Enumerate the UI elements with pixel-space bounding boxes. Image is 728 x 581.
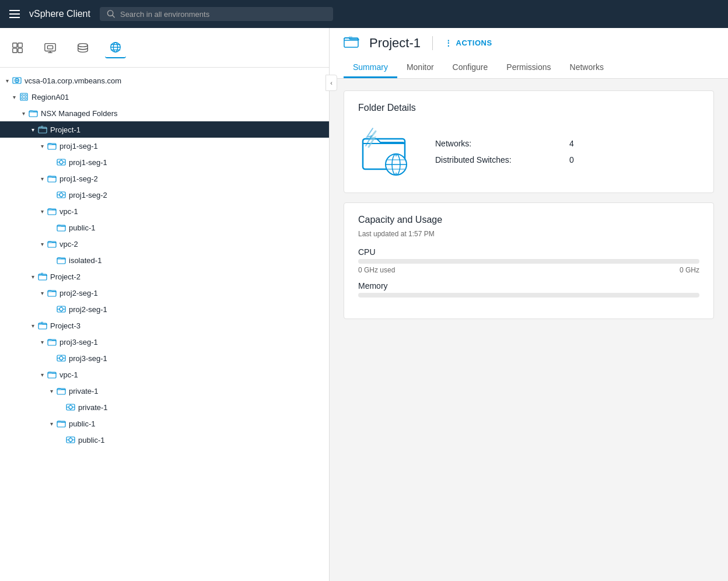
tree-toggle[interactable] [47,354,56,363]
tree-row[interactable]: ▾ proj1-seg-2 [0,170,329,187]
tree-row-root[interactable]: ▾ vcsa-01a.corp.vmbeans.com [0,72,329,89]
tree-row[interactable]: ▾ Project-1 [0,121,329,138]
tree-toggle[interactable]: ▾ [37,370,47,379]
nav-icon-hosts[interactable] [7,37,28,58]
folder-illustration [358,123,416,181]
search-input[interactable] [120,10,326,19]
cpu-used-label: 0 GHz used [358,266,395,274]
vcenter-icon [12,75,22,86]
tab-permissions[interactable]: Permissions [497,58,560,78]
svg-rect-22 [24,94,26,96]
tree-toggle[interactable] [47,304,56,314]
svg-point-74 [69,438,72,442]
tree-toggle[interactable]: ▾ [19,108,28,118]
tab-summary[interactable]: Summary [344,58,397,78]
tree-node-label: proj1-seg-1 [69,158,107,167]
tree-toggle[interactable]: ▾ [37,337,47,346]
vcenter-label: vcsa-01a.corp.vmbeans.com [24,76,121,85]
tree-row[interactable]: ▾ RegionA01 [0,89,329,105]
tree-row[interactable]: ▾ vpc-2 [0,236,329,252]
tree-row[interactable]: ▾ proj1-seg-1 [0,138,329,154]
tree-node-icon [56,418,66,429]
tree-row[interactable]: ▾ proj2-seg-1 [0,285,329,301]
capacity-subtitle: Last updated at 1:57 PM [358,230,699,238]
tree-node-icon [47,173,57,184]
tree-row[interactable]: public-1 [0,219,329,236]
tree-toggle[interactable] [47,190,56,200]
tree-row[interactable]: ▾ vpc-1 [0,203,329,219]
tree-row[interactable]: public-1 [0,432,329,448]
tree-row[interactable]: ▾ vpc-1 [0,366,329,383]
tree-toggle[interactable]: ▾ [9,92,19,102]
stat-row-networks: Networks: 4 [435,139,574,148]
nav-icon-networking[interactable] [105,37,126,58]
tree-node-icon [28,108,38,118]
nav-icon-storage[interactable] [72,37,93,58]
collapse-panel-button[interactable]: ‹ [326,75,337,91]
cpu-total-label: 0 GHz [680,266,699,274]
tree-node-icon [47,141,57,151]
tab-networks[interactable]: Networks [561,58,613,78]
tree-toggle[interactable]: ▾ [47,386,56,396]
tree-row[interactable]: ▾ private-1 [0,383,329,399]
tree-toggle[interactable]: ▾ [37,206,47,216]
tree-toggle[interactable] [47,158,56,167]
tree-row[interactable]: ▾ NSX Managed Folders [0,105,329,121]
tree-toggle[interactable]: ▾ [2,76,12,85]
tree-row[interactable]: proj1-seg-1 [0,154,329,170]
tree-node-label: vpc-1 [60,370,78,379]
tree-node-label: Project-2 [50,272,80,281]
tree-node-label: isolated-1 [69,256,102,265]
switches-label: Distributed Switches: [435,155,534,164]
tree-node-icon [37,271,48,282]
tree-row[interactable]: ▾ Project-3 [0,317,329,334]
hamburger-icon[interactable] [9,10,20,18]
tree-row[interactable]: ▾ public-1 [0,415,329,432]
tree-row[interactable]: isolated-1 [0,252,329,268]
tree-row[interactable]: proj1-seg-2 [0,187,329,203]
tree-toggle[interactable]: ▾ [28,272,37,281]
tree-toggle[interactable]: ▾ [37,239,47,249]
tree-row[interactable]: ▾ Project-2 [0,268,329,285]
main-layout: ▾ vcsa-01a.corp.vmbeans.com▾ RegionA01▾ … [0,28,728,581]
app-title: vSphere Client [29,9,90,19]
tree-toggle[interactable]: ▾ [47,419,56,428]
tree-row[interactable]: proj2-seg-1 [0,301,329,317]
capacity-card: Capacity and Usage Last updated at 1:57 … [344,202,714,319]
tree-toggle[interactable] [47,256,56,265]
tree-toggle[interactable]: ▾ [37,174,47,183]
search-bar[interactable] [100,7,333,21]
tree-node-label: proj1-seg-2 [60,174,98,183]
tab-monitor[interactable]: Monitor [397,58,443,78]
svg-point-10 [78,43,88,47]
tree-toggle[interactable]: ▾ [28,321,37,330]
tree-row[interactable]: ▾ proj3-seg-1 [0,334,329,350]
tree-toggle[interactable] [56,402,65,412]
tree-toggle[interactable] [47,223,56,232]
search-icon [107,9,116,19]
tree-toggle[interactable]: ▾ [37,288,47,298]
tree-toggle[interactable]: ▾ [37,141,47,150]
tree-toggle[interactable] [56,435,65,444]
tab-configure[interactable]: Configure [443,58,498,78]
tree-node-icon [56,255,66,265]
nav-icon-vms[interactable] [40,37,61,58]
svg-rect-7 [47,46,52,49]
svg-point-59 [60,356,63,360]
tree-toggle[interactable]: ▾ [28,125,37,134]
tree-row[interactable]: private-1 [0,399,329,415]
tree-row[interactable]: proj3-seg-1 [0,350,329,366]
networks-value: 4 [569,139,574,148]
folder-details-title: Folder Details [358,103,699,113]
tree-node-label: public-1 [69,223,96,232]
tree-node-label: RegionA01 [32,93,69,102]
tree-node-icon [65,402,76,412]
actions-label: ACTIONS [456,38,492,47]
title-divider [432,36,433,50]
networks-label: Networks: [435,139,534,148]
tree-node-icon [56,304,66,314]
panel-header [0,28,329,68]
cpu-label: CPU [358,247,699,257]
actions-button[interactable]: ⋮ ACTIONS [444,38,492,47]
tree-node-icon [47,369,57,380]
